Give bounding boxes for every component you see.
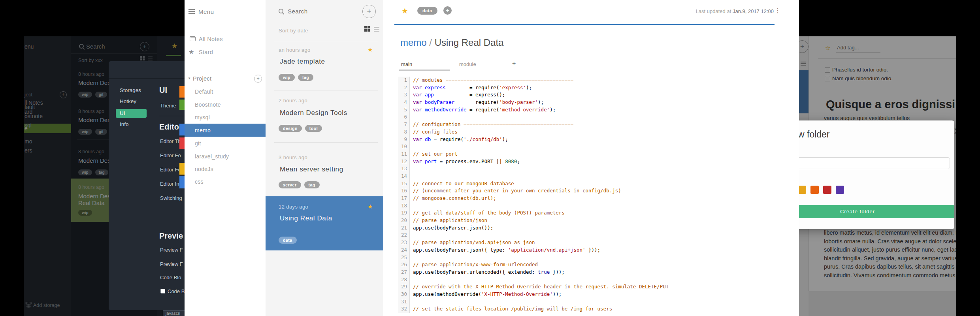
color-chip[interactable] [179, 86, 185, 98]
settings-editor-row: Editor Fo [160, 167, 181, 173]
tab-module[interactable]: module [459, 61, 476, 67]
updated-value: Jan.9, 2017 12:00 [733, 8, 774, 14]
dialog-title: w folder [799, 129, 830, 140]
more-options-icon[interactable]: ⋮ [775, 7, 781, 14]
note-tag: tool [305, 125, 322, 132]
divider [109, 78, 185, 79]
updated-label: Last updated at [696, 8, 731, 14]
star-icon[interactable]: ★ [401, 6, 408, 15]
divider [274, 142, 378, 143]
settings-nav-info[interactable]: Info [120, 121, 129, 127]
active-tab-underline [399, 70, 450, 71]
sidebar-folder-memo-selected[interactable]: memo [185, 124, 266, 137]
sidebar-item-starred[interactable]: Stard [199, 49, 213, 55]
main-window: Menu All Notes ★ Stard ▼ Project + Defau… [185, 0, 799, 316]
color-chip[interactable] [179, 124, 185, 135]
color-chip[interactable] [179, 137, 185, 149]
color-chip[interactable] [179, 163, 185, 175]
create-folder-dialog: w folder ✕ esc Create folder [799, 120, 954, 229]
create-folder-button[interactable]: Create folder [799, 205, 954, 218]
settings-section-heading: UI [159, 86, 167, 95]
note-item-selected[interactable]: 12 days ago ★ Using Real Data data [266, 196, 383, 250]
add-tab-button[interactable]: + [512, 60, 516, 67]
sidebar-folder-label: memo [195, 127, 211, 134]
close-icon[interactable]: ✕ [953, 126, 956, 137]
note-title: Modern Design Tools [280, 109, 347, 117]
settings-preview-heading: Previe [159, 231, 183, 241]
sidebar-folder-boostnote[interactable]: Boostnote [195, 102, 221, 108]
settings-editor-heading: Editor [159, 122, 182, 132]
sidebar-folder-css[interactable]: css [195, 179, 204, 185]
star-icon[interactable]: ★ [368, 203, 373, 210]
project-section-label[interactable]: Project [193, 75, 211, 82]
note-date: 3 hours ago [279, 154, 307, 160]
settings-syntax-dropdown[interactable]: javascri [163, 310, 188, 316]
sort-control[interactable]: Sort by date [279, 28, 308, 34]
tab-main[interactable]: main [401, 61, 412, 67]
all-notes-icon [190, 36, 196, 41]
note-tag: wip [279, 74, 295, 81]
settings-code-checkbox-label: Code B [168, 288, 185, 294]
editor-pane: ★ data + Last updated at Jan.9, 2017 12:… [383, 0, 799, 316]
checkbox[interactable] [160, 289, 165, 293]
folder-color-swatch[interactable] [799, 186, 806, 194]
divider [274, 41, 378, 41]
menu-icon [188, 9, 195, 10]
note-tag: design [279, 125, 302, 132]
grid-view-icon[interactable] [364, 26, 367, 28]
header-rule [394, 24, 775, 25]
code-lines: 1// modules ============================… [398, 77, 786, 313]
add-tag-button[interactable]: + [443, 6, 452, 15]
note-date: 12 days ago [279, 204, 308, 210]
settings-editor-row: Switching [160, 195, 182, 201]
settings-editor-row: Editor Fo [160, 152, 181, 158]
desktop: enu ll Notes ard ject + e fault ostnote … [0, 0, 980, 316]
menu-button[interactable]: Menu [198, 8, 214, 15]
search-input[interactable] [287, 8, 344, 15]
settings-nav-hotkey[interactable]: Hotkey [120, 98, 136, 104]
color-chip[interactable] [179, 100, 185, 110]
folder-color-swatch[interactable] [836, 186, 844, 194]
note-date: an hours ago [279, 47, 311, 53]
sidebar-folder-nodejs[interactable]: nodeJs [195, 166, 213, 172]
list-view-icon[interactable] [374, 27, 379, 28]
sidebar-folder-laravel-study[interactable]: laravel_study [195, 153, 229, 160]
sidebar: Menu All Notes ★ Stard ▼ Project + Defau… [185, 0, 266, 316]
search-icon [279, 9, 283, 13]
divider [274, 90, 378, 90]
settings-nav-storages[interactable]: Storages [120, 87, 141, 93]
color-chip[interactable] [179, 176, 185, 188]
settings-editor-row: Editor Th [160, 138, 181, 144]
folder-name-input[interactable] [799, 157, 950, 169]
note-tag: tag [298, 74, 313, 81]
new-note-button[interactable]: + [362, 5, 376, 18]
background-window-right: + ☆ Phasellus id tortor odio. Nam quis b… [799, 36, 956, 316]
note-tag: tag [304, 181, 320, 188]
star-icon[interactable]: ★ [368, 46, 373, 53]
settings-editor-row: Editor Inc [160, 181, 182, 187]
breadcrumb-separator: / [427, 37, 435, 48]
chevron-down-icon[interactable]: ▼ [188, 77, 191, 80]
divider [159, 116, 185, 116]
note-title-heading[interactable]: Using Real Data [435, 37, 504, 48]
sidebar-item-all-notes[interactable]: All Notes [199, 36, 223, 42]
add-folder-button[interactable]: + [254, 75, 262, 83]
settings-modal: Storages Hotkey UI Info UI Theme Editor … [109, 61, 185, 310]
note-tag: server [279, 181, 301, 188]
sidebar-folder-default[interactable]: Default [195, 88, 213, 95]
notelist: + Sort by date an hours ago ★ Jade templ… [266, 0, 384, 316]
settings-preview-row: Preview F [160, 261, 183, 267]
folder-color-swatch[interactable] [823, 186, 831, 194]
settings-nav-ui[interactable]: UI [120, 110, 125, 116]
settings-theme-label: Theme [160, 103, 176, 109]
settings-preview-row: Code Blo [160, 275, 181, 280]
sidebar-folder-git[interactable]: git [195, 140, 201, 147]
note-date: 2 hours ago [279, 98, 307, 103]
breadcrumb-folder[interactable]: memo [400, 37, 427, 48]
note-tag-badge[interactable]: data [417, 7, 437, 15]
code-editor[interactable]: 1// modules ============================… [398, 77, 786, 316]
folder-color-swatch[interactable] [810, 186, 819, 194]
settings-preview-row: Preview F [160, 247, 183, 253]
sidebar-folder-mysql[interactable]: mysql [195, 114, 210, 120]
note-title: Jade template [280, 58, 325, 66]
